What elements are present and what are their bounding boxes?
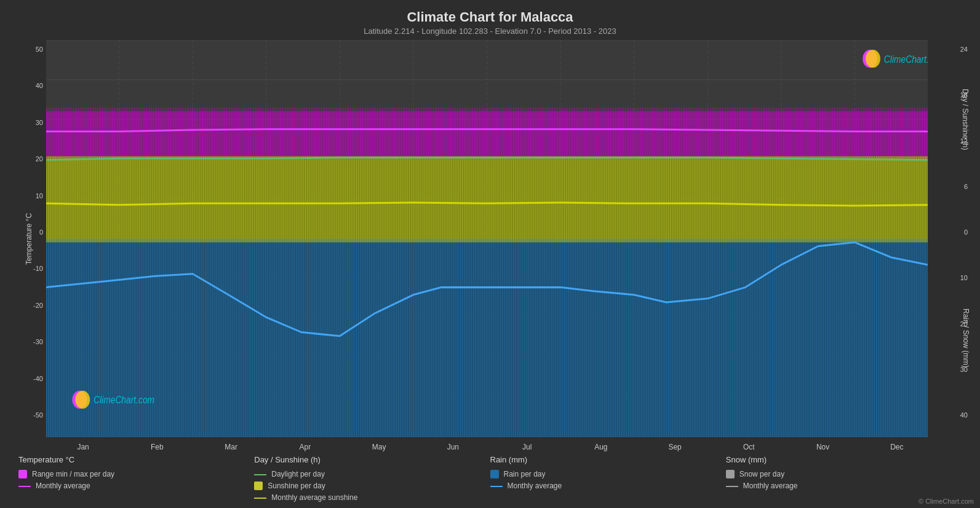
svg-point-40 xyxy=(866,50,880,68)
x-tick-mar: Mar xyxy=(194,443,268,451)
legend-swatch-temp-range xyxy=(18,470,27,478)
y-axis-left: Temperature °C 50 40 30 20 10 0 -10 -20 … xyxy=(12,40,46,437)
legend-swatch-daylight xyxy=(254,474,266,475)
y-tick-n30: -30 xyxy=(12,339,43,345)
y-tick-20: 20 xyxy=(12,156,43,163)
legend-label-temp-range: Range min / max per day xyxy=(32,470,114,478)
legend-item-temp-range: Range min / max per day xyxy=(18,470,254,478)
x-tick-aug: Aug xyxy=(564,443,638,451)
legend-title-snow: Snow (mm) xyxy=(726,455,962,464)
legend-col-snow: Snow (mm) Snow per day Monthly average xyxy=(726,455,962,502)
legend-item-sunshine-day: Sunshine per day xyxy=(254,482,490,490)
main-title: Climate Chart for Malacca xyxy=(12,9,968,25)
title-section: Climate Chart for Malacca Latitude 2.214… xyxy=(12,6,968,37)
subtitle: Latitude 2.214 - Longitude 102.283 - Ele… xyxy=(12,26,968,36)
x-tick-sep: Sep xyxy=(638,443,712,451)
x-tick-nov: Nov xyxy=(786,443,860,451)
y-tick-30: 30 xyxy=(12,119,43,126)
svg-rect-27 xyxy=(46,108,928,160)
legend-title-temp: Temperature °C xyxy=(18,455,254,464)
legend-label-snow-avg: Monthly average xyxy=(743,482,798,490)
legend-item-sunshine-avg: Monthly average sunshine xyxy=(254,493,490,502)
legend-title-rain: Rain (mm) xyxy=(490,455,726,464)
legend-swatch-rain-avg xyxy=(490,486,503,487)
legend-label-daylight: Daylight per day xyxy=(271,470,325,478)
r-tick-40: 40 xyxy=(931,412,968,419)
x-tick-jun: Jun xyxy=(416,443,490,451)
y-tick-50: 50 xyxy=(12,46,43,53)
svg-text:ClimeChart.com: ClimeChart.com xyxy=(94,394,154,406)
y-axis-left-label: Temperature °C xyxy=(25,212,33,264)
legend-swatch-snow-avg xyxy=(726,486,738,487)
x-tick-oct: Oct xyxy=(712,443,786,451)
legend-label-temp-avg: Monthly average xyxy=(36,482,90,490)
legend-swatch-sunshine-day xyxy=(254,482,263,490)
y-tick-n40: -40 xyxy=(12,376,43,382)
x-tick-jul: Jul xyxy=(490,443,564,451)
chart-area: Temperature °C 50 40 30 20 10 0 -10 -20 … xyxy=(12,40,968,437)
x-tick-apr: Apr xyxy=(268,443,342,451)
legend-swatch-snow-day xyxy=(726,470,735,478)
y-tick-40: 40 xyxy=(12,83,43,89)
legend-item-snow-avg: Monthly average xyxy=(726,482,962,490)
chart-svg: ClimeChart.com ClimeChart.com xyxy=(46,40,928,437)
y-axis-right: Day / Sunshine (h) Rain / Snow (mm) 24 1… xyxy=(928,40,968,437)
y-tick-n20: -20 xyxy=(12,302,43,309)
legend-label-sunshine-avg: Monthly average sunshine xyxy=(271,493,357,502)
svg-point-37 xyxy=(75,391,90,409)
y-tick-n50: -50 xyxy=(12,412,43,419)
legend-title-sunshine: Day / Sunshine (h) xyxy=(254,455,490,464)
page-container: Climate Chart for Malacca Latitude 2.214… xyxy=(0,0,980,508)
legend-label-rain-avg: Monthly average xyxy=(508,482,562,490)
copyright: © ClimeChart.com xyxy=(918,498,974,505)
svg-text:ClimeChart.com: ClimeChart.com xyxy=(884,53,928,65)
legend-swatch-temp-avg xyxy=(18,486,31,487)
svg-rect-34 xyxy=(46,239,928,438)
x-tick-feb: Feb xyxy=(120,443,194,451)
x-tick-may: May xyxy=(342,443,416,451)
legend-col-rain: Rain (mm) Rain per day Monthly average xyxy=(490,455,726,502)
y-axis-right-top-label: Day / Sunshine (h) xyxy=(960,89,969,150)
legend-label-sunshine-day: Sunshine per day xyxy=(268,482,325,490)
legend-item-rain-avg: Monthly average xyxy=(490,482,726,490)
legend-label-rain-day: Rain per day xyxy=(504,470,546,478)
legend-swatch-rain-day xyxy=(490,470,499,478)
y-tick-n10: -10 xyxy=(12,265,43,272)
chart-inner: ClimeChart.com ClimeChart.com xyxy=(46,40,928,437)
legend-col-temperature: Temperature °C Range min / max per day M… xyxy=(18,455,254,502)
y-tick-10: 10 xyxy=(12,193,43,200)
r-tick-6: 6 xyxy=(931,183,968,190)
x-tick-dec: Dec xyxy=(860,443,934,451)
legend-area: Temperature °C Range min / max per day M… xyxy=(12,455,968,502)
r-tick-24: 24 xyxy=(931,46,968,53)
legend-item-temp-avg: Monthly average xyxy=(18,482,254,490)
legend-item-rain-day: Rain per day xyxy=(490,470,726,478)
r-tick-0: 0 xyxy=(931,229,968,236)
legend-swatch-sunshine-avg xyxy=(254,498,266,499)
x-axis: Jan Feb Mar Apr May Jun Jul Aug Sep Oct … xyxy=(46,440,934,451)
legend-item-snow-day: Snow per day xyxy=(726,470,962,478)
legend-label-snow-day: Snow per day xyxy=(739,470,784,478)
x-tick-jan: Jan xyxy=(46,443,120,451)
y-axis-right-bottom-label: Rain / Snow (mm) xyxy=(962,308,970,368)
legend-item-daylight: Daylight per day xyxy=(254,470,490,478)
legend-col-sunshine: Day / Sunshine (h) Daylight per day Suns… xyxy=(254,455,490,502)
r-tick-10: 10 xyxy=(931,275,968,281)
svg-rect-35 xyxy=(46,156,928,243)
